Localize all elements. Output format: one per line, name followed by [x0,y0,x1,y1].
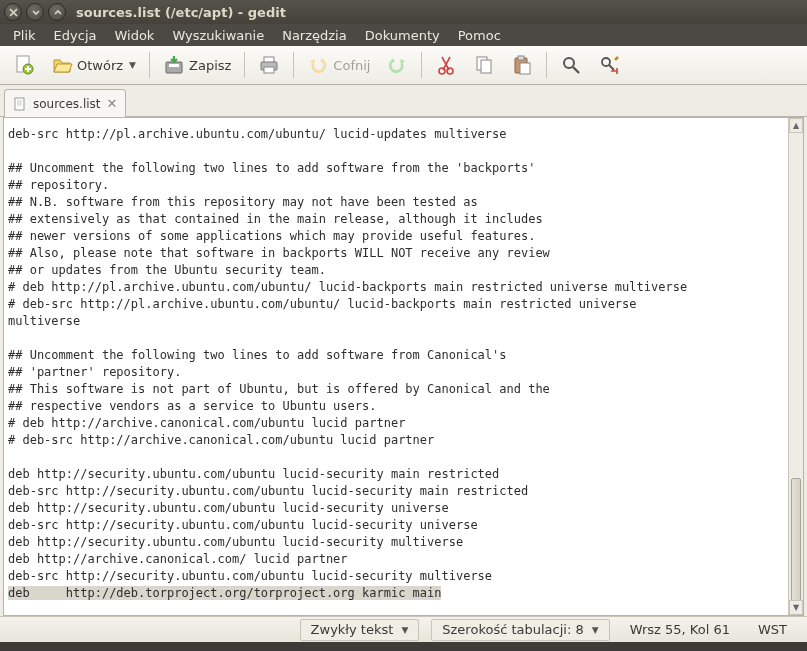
svg-rect-13 [520,63,530,74]
window-resize-footer [0,642,807,651]
tab-label: sources.list [33,97,101,111]
toolbar-separator [244,52,245,78]
open-label: Otwórz [77,58,123,73]
window-title: sources.list (/etc/apt) - gedit [76,5,286,20]
minimize-window-button[interactable] [26,3,44,21]
menubar: Plik Edycja Widok Wyszukiwanie Narzędzia… [0,24,807,46]
print-button[interactable] [251,49,287,81]
syntax-label: Zwykły tekst [311,622,394,637]
menu-help[interactable]: Pomoc [449,26,510,45]
copy-button[interactable] [466,49,502,81]
toolbar: Otwórz ▼ Zapisz Cofnij [0,46,807,85]
save-button[interactable]: Zapisz [156,49,238,81]
maximize-window-button[interactable] [48,3,66,21]
svg-point-7 [439,68,445,74]
save-label: Zapisz [189,58,231,73]
editor-content[interactable]: --- ----,,,-------------------,------, -… [4,118,803,604]
svg-rect-16 [15,98,24,110]
cursor-position: Wrsz 55, Kol 61 [622,622,738,637]
open-button[interactable]: Otwórz ▼ [44,49,143,81]
find-replace-button[interactable] [591,49,627,81]
svg-rect-3 [169,64,179,67]
tabwidth-selector[interactable]: Szerokość tabulacji: 8 ▼ [431,619,609,641]
svg-point-8 [447,68,453,74]
svg-rect-6 [264,67,274,73]
paste-button[interactable] [504,49,540,81]
toolbar-separator [546,52,547,78]
find-button[interactable] [553,49,589,81]
document-tab[interactable]: sources.list ✕ [4,89,126,117]
menu-file[interactable]: Plik [4,26,45,45]
vertical-scrollbar[interactable]: ▲ ▼ [788,118,803,615]
undo-button[interactable]: Cofnij [300,49,377,81]
titlebar: sources.list (/etc/apt) - gedit [0,0,807,24]
chevron-down-icon: ▼ [592,625,599,635]
insert-mode: WST [750,622,795,637]
new-document-button[interactable] [6,49,42,81]
toolbar-separator [149,52,150,78]
tabbar: sources.list ✕ [0,85,807,117]
redo-button[interactable] [379,49,415,81]
tabwidth-label: Szerokość tabulacji: 8 [442,622,583,637]
menu-view[interactable]: Widok [105,26,163,45]
close-window-button[interactable] [4,3,22,21]
scroll-down-arrow[interactable]: ▼ [789,600,803,615]
svg-rect-10 [481,60,491,73]
cut-button[interactable] [428,49,464,81]
close-tab-icon[interactable]: ✕ [107,96,118,111]
toolbar-separator [293,52,294,78]
document-icon [13,97,27,111]
svg-rect-2 [166,62,182,73]
menu-documents[interactable]: Dokumenty [356,26,449,45]
statusbar: Zwykły tekst ▼ Szerokość tabulacji: 8 ▼ … [0,616,807,642]
undo-label: Cofnij [333,58,370,73]
svg-rect-12 [518,56,524,60]
chevron-down-icon: ▼ [129,60,136,70]
scrollbar-thumb[interactable] [791,478,801,608]
editor[interactable]: --- ----,,,-------------------,------, -… [3,117,804,616]
toolbar-separator [421,52,422,78]
chevron-down-icon: ▼ [401,625,408,635]
svg-point-14 [564,58,574,68]
scroll-up-arrow[interactable]: ▲ [789,118,803,133]
svg-point-15 [602,58,610,66]
menu-edit[interactable]: Edycja [45,26,106,45]
syntax-selector[interactable]: Zwykły tekst ▼ [300,619,420,641]
menu-tools[interactable]: Narzędzia [273,26,356,45]
menu-search[interactable]: Wyszukiwanie [163,26,273,45]
